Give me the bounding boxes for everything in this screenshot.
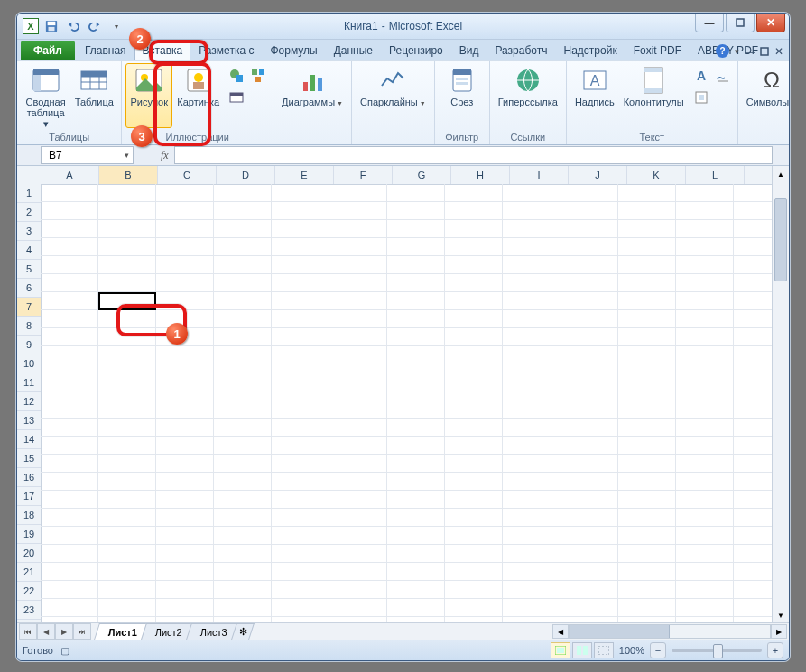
col-header-E[interactable]: E: [275, 166, 334, 184]
formula-input[interactable]: [174, 146, 773, 164]
qat-more-button[interactable]: ▾: [107, 17, 125, 35]
zoom-level[interactable]: 100%: [619, 645, 644, 656]
sheet-prev-button[interactable]: ◀: [37, 623, 55, 640]
help-icon[interactable]: ?: [716, 44, 729, 58]
row-header-10[interactable]: 10: [17, 354, 41, 373]
row-header-12[interactable]: 12: [17, 392, 41, 411]
save-button[interactable]: [42, 17, 60, 35]
zoom-slider-thumb[interactable]: [713, 644, 723, 658]
row-header-22[interactable]: 22: [17, 582, 41, 601]
tab-0[interactable]: Главная: [77, 40, 134, 60]
row-header-23[interactable]: 23: [17, 601, 41, 620]
macro-record-icon[interactable]: ▢: [60, 645, 69, 657]
new-sheet-button[interactable]: ✻: [231, 623, 255, 640]
mdi-close-button[interactable]: ✕: [774, 45, 783, 58]
col-header-F[interactable]: F: [334, 166, 393, 184]
active-cell[interactable]: [98, 292, 156, 310]
ribbon-table-button[interactable]: Таблица: [70, 63, 117, 128]
undo-button[interactable]: [64, 17, 82, 35]
ribbon-smartart-button[interactable]: [247, 65, 269, 87]
row-header-6[interactable]: 6: [17, 279, 41, 298]
zoom-in-button[interactable]: +: [767, 642, 783, 658]
row-header-4[interactable]: 4: [17, 241, 41, 260]
col-header-A[interactable]: A: [41, 166, 99, 184]
redo-button[interactable]: [86, 17, 104, 35]
col-header-L[interactable]: L: [686, 166, 745, 184]
minimize-button[interactable]: —: [695, 14, 724, 32]
tab-8[interactable]: Надстройк: [556, 40, 625, 60]
ribbon-clipart-button[interactable]: Картинка: [172, 63, 224, 128]
select-all-corner[interactable]: [17, 166, 42, 185]
row-header-20[interactable]: 20: [17, 544, 41, 563]
zoom-slider[interactable]: [672, 649, 762, 652]
col-header-K[interactable]: K: [627, 166, 686, 184]
row-header-2[interactable]: 2: [17, 203, 41, 222]
vscroll-thumb[interactable]: [774, 198, 787, 281]
name-box[interactable]: B7: [41, 146, 134, 164]
sheet-first-button[interactable]: ⏮: [19, 623, 37, 640]
view-pagebreak-button[interactable]: [594, 642, 614, 658]
row-header-13[interactable]: 13: [17, 411, 41, 430]
ribbon-picture-button[interactable]: Рисунок: [125, 63, 172, 128]
row-header-7[interactable]: 7: [17, 298, 41, 317]
ribbon-object-button[interactable]: [690, 87, 712, 108]
row-header-17[interactable]: 17: [17, 487, 41, 506]
ribbon-slicer-button[interactable]: Срез: [439, 63, 486, 128]
ribbon-hyperlink-button[interactable]: Гиперссылка: [494, 63, 562, 128]
maximize-button[interactable]: [726, 14, 755, 32]
row-header-16[interactable]: 16: [17, 468, 41, 487]
view-pagelayout-button[interactable]: [572, 642, 592, 658]
tab-3[interactable]: Формулы: [262, 40, 325, 60]
ribbon-pivot-button[interactable]: Своднаятаблица ▾: [21, 63, 70, 128]
mdi-restore-button[interactable]: [760, 47, 769, 56]
row-header-19[interactable]: 19: [17, 525, 41, 544]
excel-logo-icon[interactable]: X: [23, 18, 39, 34]
col-header-D[interactable]: D: [217, 166, 275, 184]
ribbon-min-button[interactable]: ▾: [735, 47, 739, 56]
mdi-minimize-button[interactable]: —: [745, 46, 755, 57]
tab-6[interactable]: Вид: [451, 40, 487, 60]
row-header-3[interactable]: 3: [17, 222, 41, 241]
row-header-18[interactable]: 18: [17, 506, 41, 525]
tab-4[interactable]: Данные: [326, 40, 381, 60]
tab-1[interactable]: Вставка: [134, 40, 191, 60]
row-header-5[interactable]: 5: [17, 260, 41, 279]
hscroll-right-button[interactable]: ▶: [771, 624, 787, 639]
view-normal-button[interactable]: [551, 642, 570, 658]
col-header-G[interactable]: G: [393, 166, 451, 184]
sheet-next-button[interactable]: ▶: [55, 623, 73, 640]
ribbon-symbol-button[interactable]: ΩСимволы▼: [742, 63, 790, 128]
ribbon-chart-button[interactable]: Диаграммы▼: [277, 63, 347, 128]
row-header-1[interactable]: 1: [17, 184, 41, 203]
hscroll-thumb[interactable]: [570, 625, 670, 638]
col-header-B[interactable]: B: [99, 166, 158, 184]
row-header-8[interactable]: 8: [17, 317, 41, 336]
ribbon-spark-button[interactable]: Спарклайны▼: [356, 63, 431, 128]
tab-7[interactable]: Разработч: [486, 40, 555, 60]
ribbon-wordart-button[interactable]: A: [690, 65, 712, 87]
col-header-H[interactable]: H: [451, 166, 510, 184]
row-header-11[interactable]: 11: [17, 373, 41, 392]
row-header-9[interactable]: 9: [17, 336, 41, 354]
tab-5[interactable]: Рецензиро: [381, 40, 451, 60]
file-tab[interactable]: Файл: [21, 41, 75, 60]
col-header-I[interactable]: I: [510, 166, 569, 184]
fx-icon[interactable]: fx: [161, 149, 169, 162]
sheet-last-button[interactable]: ⏭: [73, 623, 91, 640]
hscroll-left-button[interactable]: ◀: [552, 624, 569, 639]
tab-2[interactable]: Разметка с: [190, 40, 262, 60]
ribbon-sigline-button[interactable]: [712, 65, 734, 87]
row-header-14[interactable]: 14: [17, 430, 41, 449]
ribbon-textbox-button[interactable]: AНадпись: [570, 63, 619, 128]
ribbon-headerfooter-button[interactable]: Колонтитулы: [619, 63, 689, 128]
col-header-C[interactable]: C: [158, 166, 217, 184]
tab-9[interactable]: Foxit PDF: [625, 40, 690, 60]
row-header-21[interactable]: 21: [17, 563, 41, 582]
ribbon-screenshot-button[interactable]: [226, 87, 247, 108]
col-header-J[interactable]: J: [569, 166, 627, 184]
row-header-15[interactable]: 15: [17, 449, 41, 468]
zoom-out-button[interactable]: −: [650, 642, 666, 658]
ribbon-shapes-button[interactable]: [226, 65, 247, 87]
cell-grid[interactable]: [41, 184, 773, 623]
vertical-scrollbar[interactable]: ▲ ▼: [772, 166, 789, 623]
